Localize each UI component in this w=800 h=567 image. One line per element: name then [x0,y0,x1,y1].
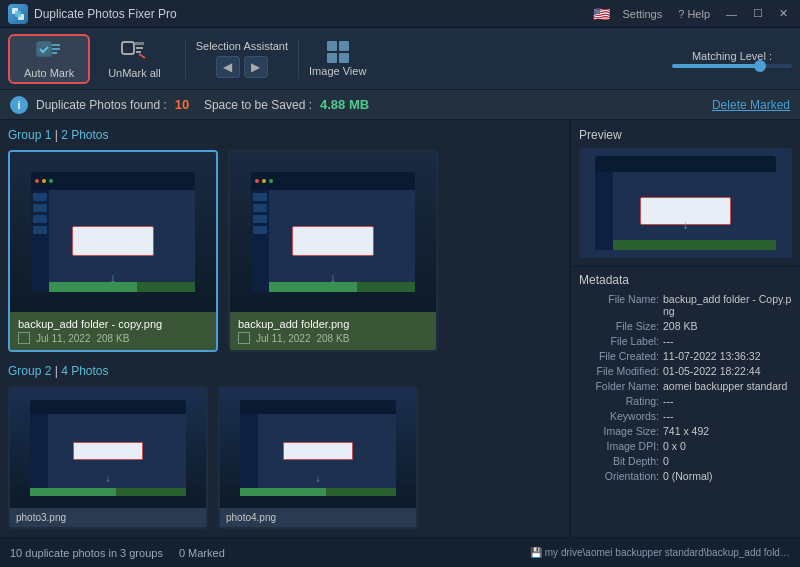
space-text: Space to be Saved : [197,98,312,112]
selection-assistant-area: Selection Assistant ◀ ▶ [196,40,288,78]
group2-photos-grid: ↓ photo3.png ↓ [8,386,561,529]
meta-key-9: Image DPI: [579,440,659,452]
delete-marked-link[interactable]: Delete Marked [712,98,790,112]
photos-panel[interactable]: Group 1 | 2 Photos [0,120,570,537]
meta-key-4: File Modified: [579,365,659,377]
toolbar: Auto Mark UnMark all Selection Assistant… [0,28,800,90]
photo-meta-1: Jul 11, 2022 208 KB [18,332,208,344]
duplicate-count: 10 [175,97,189,112]
photo-item-4[interactable]: ↓ photo4.png [218,386,418,529]
flag-icon: 🇺🇸 [593,6,610,22]
auto-mark-icon [35,38,63,65]
metadata-row-5: Folder Name: aomei backupper standard [579,380,792,392]
svg-rect-2 [15,11,21,17]
photo-name-1: backup_add folder - copy.png [18,318,208,330]
preview-image: ↓ [579,148,792,258]
toolbar-sep-2 [298,39,299,79]
meta-val-2: --- [663,335,792,347]
photo-date-1: Jul 11, 2022 [36,333,91,344]
app-icon [8,4,28,24]
prev-arrow-button[interactable]: ◀ [216,56,240,78]
auto-mark-button[interactable]: Auto Mark [8,34,90,84]
image-view-label: Image View [309,65,366,77]
right-panel: Preview ↓ Metadata File Name: backup_ad [570,120,800,537]
photo-item-1[interactable]: ↓ backup_add folder - copy.png Jul 11, 2… [8,150,218,352]
minimize-btn[interactable]: — [722,6,741,22]
meta-key-6: Rating: [579,395,659,407]
group1-header: Group 1 | 2 Photos [8,128,561,142]
metadata-label: Metadata [579,273,792,287]
meta-key-3: File Created: [579,350,659,362]
metadata-row-11: Orientation: 0 (Normal) [579,470,792,482]
meta-key-2: File Label: [579,335,659,347]
photo-item-2[interactable]: ↓ backup_add folder.png Jul 11, 2022 2 [228,150,438,352]
photo-item-3[interactable]: ↓ photo3.png [8,386,208,529]
status-duplicate-info: 10 duplicate photos in 3 groups [10,547,163,559]
photo-info-4: photo4.png [220,508,416,527]
metadata-row-8: Image Size: 741 x 492 [579,425,792,437]
space-value: 4.88 MB [320,97,369,112]
slider-track[interactable] [672,64,792,68]
unmark-all-button[interactable]: UnMark all [94,34,175,84]
help-btn[interactable]: ? Help [674,6,714,22]
slider-thumb [754,60,766,72]
metadata-row-4: File Modified: 01-05-2022 18:22:44 [579,365,792,377]
drive-icon: 💾 [530,547,542,558]
metadata-row-2: File Label: --- [579,335,792,347]
metadata-row-0: File Name: backup_add folder - Copy.png [579,293,792,317]
metadata-row-3: File Created: 11-07-2022 13:36:32 [579,350,792,362]
meta-key-5: Folder Name: [579,380,659,392]
unmark-icon [120,38,148,65]
meta-val-7: --- [663,410,792,422]
duplicate-text: Duplicate Photos found : [36,98,167,112]
next-arrow-button[interactable]: ▶ [244,56,268,78]
title-bar-left: Duplicate Photos Fixer Pro [8,4,177,24]
photo-info-1: backup_add folder - copy.png Jul 11, 202… [10,312,216,350]
meta-val-1: 208 KB [663,320,792,332]
app-title: Duplicate Photos Fixer Pro [34,7,177,21]
metadata-row-9: Image DPI: 0 x 0 [579,440,792,452]
group1-photos-grid: ↓ backup_add folder - copy.png Jul 11, 2… [8,150,561,352]
photo-info-2: backup_add folder.png Jul 11, 2022 208 K… [230,312,436,350]
maximize-btn[interactable]: ☐ [749,5,767,22]
title-bar: Duplicate Photos Fixer Pro 🇺🇸 Settings ?… [0,0,800,28]
close-btn[interactable]: ✕ [775,5,792,22]
meta-key-10: Bit Depth: [579,455,659,467]
meta-key-8: Image Size: [579,425,659,437]
photo-checkbox-2[interactable] [238,332,250,344]
unmark-all-label: UnMark all [108,67,161,79]
image-view-icon [327,41,349,63]
meta-val-10: 0 [663,455,792,467]
metadata-row-1: File Size: 208 KB [579,320,792,332]
meta-val-0: backup_add folder - Copy.png [663,293,792,317]
preview-section: Preview ↓ [571,120,800,267]
matching-slider-wrap [672,64,792,68]
selection-arrows: ◀ ▶ [216,56,268,78]
meta-val-6: --- [663,395,792,407]
photo-name-3: photo3.png [16,512,200,523]
photo-info-3: photo3.png [10,508,206,527]
info-bar: i Duplicate Photos found : 10 Space to b… [0,90,800,120]
metadata-row-6: Rating: --- [579,395,792,407]
info-icon: i [10,96,28,114]
settings-btn[interactable]: Settings [618,6,666,22]
selection-assistant-label: Selection Assistant [196,40,288,52]
meta-val-11: 0 (Normal) [663,470,792,482]
photo-size-1: 208 KB [97,333,130,344]
meta-val-9: 0 x 0 [663,440,792,452]
image-view-button[interactable]: Image View [309,41,366,77]
photo-date-2: Jul 11, 2022 [256,333,311,344]
status-path: 💾 my drive\aomei backupper standard\back… [530,547,790,558]
status-bar: 10 duplicate photos in 3 groups 0 Marked… [0,537,800,567]
auto-mark-label: Auto Mark [24,67,74,79]
photo-size-2: 208 KB [317,333,350,344]
metadata-row-10: Bit Depth: 0 [579,455,792,467]
meta-key-1: File Size: [579,320,659,332]
preview-label: Preview [579,128,792,142]
meta-key-0: File Name: [579,293,659,305]
meta-val-5: aomei backupper standard [663,380,792,392]
svg-rect-3 [37,42,51,56]
meta-val-4: 01-05-2022 18:22:44 [663,365,792,377]
metadata-section: Metadata File Name: backup_add folder - … [571,267,800,537]
photo-checkbox-1[interactable] [18,332,30,344]
